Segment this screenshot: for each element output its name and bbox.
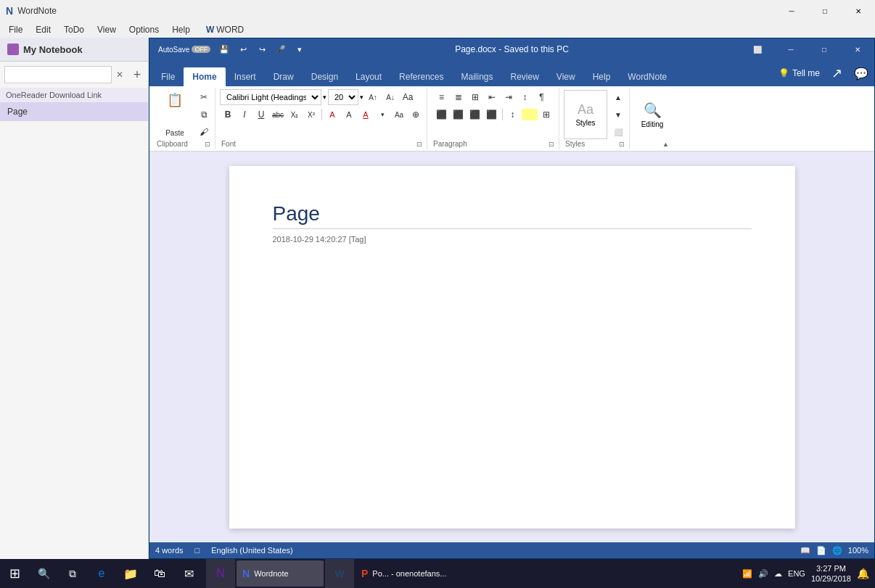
word-close-button[interactable]: ✕ xyxy=(841,38,874,60)
onenote-icon[interactable]: N xyxy=(206,559,235,588)
font-name-selector[interactable]: Calibri Light (Headings) xyxy=(220,89,321,105)
tab-review[interactable]: Review xyxy=(502,67,548,86)
numbering-button[interactable]: ≣ xyxy=(451,89,467,105)
tab-file[interactable]: File xyxy=(152,67,184,86)
microsoft-store[interactable]: 🛍 xyxy=(145,559,174,588)
change-case-button[interactable]: Aa xyxy=(391,107,407,123)
tab-draw[interactable]: Draw xyxy=(265,67,303,86)
menu-edit[interactable]: Edit xyxy=(30,23,57,36)
font-expand-icon[interactable]: ⊡ xyxy=(416,141,422,148)
paragraph-expand-icon[interactable]: ⊡ xyxy=(549,141,554,148)
align-right[interactable]: ⬛ xyxy=(467,107,483,123)
maximize-button[interactable]: □ xyxy=(808,0,842,22)
justify[interactable]: ⬛ xyxy=(484,107,500,123)
styles-scroll-up[interactable]: ▲ xyxy=(610,89,626,105)
notebook-header[interactable]: My Notebook xyxy=(0,38,148,62)
document-content[interactable]: Page 2018-10-29 14:20:27 [Tag] xyxy=(149,152,874,542)
bold-button[interactable]: B xyxy=(220,107,236,123)
menu-view[interactable]: View xyxy=(91,23,122,36)
align-left[interactable]: ⬛ xyxy=(434,107,450,123)
onedrive-icon[interactable]: ☁ xyxy=(774,569,782,579)
styles-button[interactable]: Aa Styles xyxy=(564,90,607,139)
styles-expand-icon[interactable]: ⊡ xyxy=(619,141,625,148)
customize-qa[interactable]: 🎤 xyxy=(273,41,289,57)
edge-browser[interactable]: e xyxy=(87,559,116,588)
highlight-color-button[interactable]: A xyxy=(341,107,357,123)
minimize-button[interactable]: ─ xyxy=(775,0,808,22)
tab-view[interactable]: View xyxy=(548,67,584,86)
decrease-indent[interactable]: ⇤ xyxy=(484,89,500,105)
line-spacing[interactable]: ↕ xyxy=(505,107,521,123)
network-icon[interactable]: 📶 xyxy=(742,569,752,579)
clock[interactable]: 3:27 PM 10/29/2018 xyxy=(811,563,851,584)
font-color-button[interactable]: A xyxy=(358,107,374,123)
onenote-taskbar-app[interactable]: P Po... - onenotefans... xyxy=(356,560,452,587)
editing-expand-icon[interactable]: ▲ xyxy=(662,141,669,148)
autosave-toggle[interactable]: AutoSave OFF xyxy=(155,41,213,57)
clipboard-expand-icon[interactable]: ⊡ xyxy=(205,141,210,148)
more-qa[interactable]: ▾ xyxy=(292,41,308,57)
format-painter-button[interactable]: 🖌 xyxy=(196,124,212,140)
font-size-selector[interactable]: 20 xyxy=(328,89,358,105)
editing-button[interactable]: 🔍 Editing xyxy=(634,91,670,140)
tab-insert[interactable]: Insert xyxy=(226,67,265,86)
clear-search-button[interactable]: ✕ xyxy=(115,69,125,80)
word-maximize-button[interactable]: □ xyxy=(808,38,841,60)
copy-button[interactable]: ⧉ xyxy=(196,107,212,123)
menu-todo[interactable]: ToDo xyxy=(58,23,90,36)
menu-file[interactable]: File xyxy=(3,23,28,36)
print-layout-icon[interactable]: 📄 xyxy=(816,546,826,555)
page-section-onereader[interactable]: OneReader Download Link xyxy=(0,88,148,102)
italic-button[interactable]: I xyxy=(237,107,252,123)
volume-icon[interactable]: 🔊 xyxy=(758,569,768,579)
tab-design[interactable]: Design xyxy=(303,67,347,86)
undo-button[interactable]: ↩ xyxy=(235,41,251,57)
tab-references[interactable]: References xyxy=(390,67,452,86)
strikethrough-button[interactable]: abc xyxy=(270,107,286,123)
superscript-button[interactable]: X² xyxy=(303,107,319,123)
underline-button[interactable]: U xyxy=(253,107,269,123)
multilevel-list-button[interactable]: ⊞ xyxy=(467,89,483,105)
read-mode-icon[interactable]: 📖 xyxy=(800,546,810,555)
tell-me-button[interactable]: 💡 Tell me xyxy=(773,65,826,81)
clear-format-button[interactable]: Aa xyxy=(400,89,416,105)
styles-scroll-down[interactable]: ▼ xyxy=(610,107,626,123)
document-title[interactable]: Page xyxy=(273,202,752,229)
font-size-dec[interactable]: A↓ xyxy=(382,89,398,105)
tab-layout[interactable]: Layout xyxy=(347,67,390,86)
start-button[interactable]: ⊞ xyxy=(0,559,29,588)
web-layout-icon[interactable]: 🌐 xyxy=(832,546,842,555)
cut-button[interactable]: ✂ xyxy=(196,89,212,105)
comments-button[interactable]: 💬 xyxy=(848,64,874,83)
tab-mailings[interactable]: Mailings xyxy=(452,67,501,86)
page-item-page[interactable]: Page xyxy=(0,102,148,121)
close-button[interactable]: ✕ xyxy=(842,0,875,22)
subscript-button[interactable]: X₂ xyxy=(287,107,303,123)
borders-button[interactable]: ⊞ xyxy=(538,107,554,123)
search-taskbar[interactable]: 🔍 xyxy=(29,559,58,588)
show-hide-button[interactable]: ¶ xyxy=(534,89,550,105)
wordnote-taskbar-app[interactable]: N Wordnote xyxy=(237,560,324,587)
tab-home[interactable]: Home xyxy=(184,67,225,86)
font-color-expand[interactable]: ▾ xyxy=(374,107,390,123)
search-input[interactable] xyxy=(4,66,112,83)
align-center[interactable]: ⬛ xyxy=(451,107,467,123)
text-effects-button[interactable]: A xyxy=(324,107,340,123)
bullets-button[interactable]: ≡ xyxy=(434,89,450,105)
styles-more[interactable]: ⬜ xyxy=(610,124,626,140)
task-view-button[interactable]: ⧉ xyxy=(58,559,87,588)
shading-button[interactable] xyxy=(522,109,538,120)
redo-button[interactable]: ↪ xyxy=(254,41,270,57)
tab-help[interactable]: Help xyxy=(584,67,620,86)
save-button[interactable]: 💾 xyxy=(216,41,232,57)
mail-icon[interactable]: ✉ xyxy=(174,559,203,588)
paste-button[interactable]: 📋 Paste xyxy=(155,89,194,140)
word-taskbar-icon[interactable]: W xyxy=(325,559,354,588)
word-ribbon-toggle[interactable]: ⬜ xyxy=(741,38,774,60)
share-button[interactable]: ↗ xyxy=(826,62,848,84)
file-explorer[interactable]: 📁 xyxy=(116,559,145,588)
language-selector[interactable]: English (United States) xyxy=(211,546,293,555)
menu-help[interactable]: Help xyxy=(166,23,196,36)
menu-options[interactable]: Options xyxy=(123,23,165,36)
word-minimize-button[interactable]: ─ xyxy=(774,38,808,60)
